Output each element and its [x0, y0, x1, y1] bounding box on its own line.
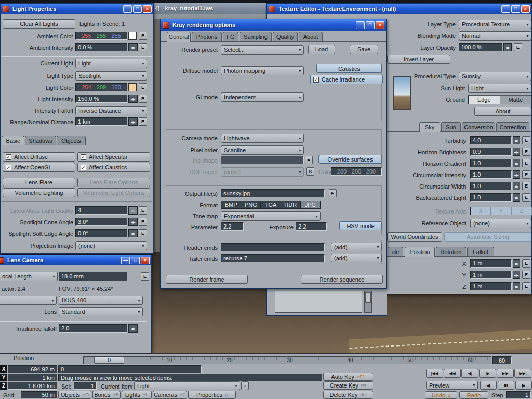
maximize-icon[interactable]: □	[366, 21, 375, 29]
close-icon[interactable]: ×	[521, 5, 530, 13]
circumsolar-width-spinner[interactable]: ◀▶	[513, 182, 520, 190]
automatic-sizing-button[interactable]: Automatic Sizing	[444, 232, 531, 242]
format-hdr-button[interactable]: HDR	[281, 201, 301, 209]
format-jpg-button[interactable]: JPG	[301, 201, 321, 209]
end-frame-field[interactable]: 60	[492, 356, 512, 364]
turbidity-field[interactable]: 4.0	[470, 136, 512, 144]
camera-preset-dropdown[interactable]: IXUS 400▼	[59, 296, 143, 305]
position-z-spinner[interactable]: ◀▶	[513, 282, 520, 290]
tailer-cmds-field[interactable]: recurse 7	[221, 254, 325, 262]
dof-color-field[interactable]: 200200200	[331, 167, 382, 176]
light-color-field[interactable]: 254209150	[75, 83, 127, 91]
auto-key-button[interactable]: Auto Key+F1	[323, 373, 373, 381]
reference-object-dropdown[interactable]: (none)▼	[470, 219, 531, 228]
caustics-button[interactable]: Caustics	[316, 64, 382, 73]
render-preset-dropdown[interactable]: Select...▼	[221, 45, 304, 55]
tab-sky[interactable]: Sky	[419, 122, 440, 132]
light-intensity-field[interactable]: 150.0 %	[75, 95, 127, 103]
ground-edge-button[interactable]: Edge	[468, 95, 500, 104]
undo-button[interactable]: Undo2	[425, 391, 457, 399]
tab-falloff[interactable]: Falloff	[467, 247, 494, 256]
iris-shape-field[interactable]	[221, 156, 304, 164]
intensity-falloff-dropdown[interactable]: Inverse Distance▼	[75, 106, 147, 115]
tone-map-dropdown[interactable]: Exponential▼	[221, 211, 321, 221]
maximize-icon[interactable]: □	[133, 5, 142, 13]
layer-type-dropdown[interactable]: Procedural Texture▼	[459, 20, 531, 29]
light-color-swatch[interactable]	[128, 83, 137, 91]
current-light-dropdown[interactable]: Light▼	[75, 59, 147, 68]
position-y-envelope-button[interactable]: E	[522, 271, 530, 279]
ground-matte-button[interactable]: Matte	[500, 95, 532, 104]
horizon-brightness-spinner[interactable]: ◀▶	[513, 148, 520, 156]
light-intensity-envelope-button[interactable]: E	[139, 95, 147, 103]
invert-layer-button[interactable]: Invert Layer	[387, 55, 450, 64]
affect-caustics-toggle[interactable]: ✓Affect Caustics	[77, 163, 150, 172]
axis-x-button[interactable]: X	[470, 207, 491, 215]
timeline-track[interactable]: 10 20 30 40 50 60 0	[83, 356, 491, 364]
lens-flare-button[interactable]: Lens Flare	[3, 178, 75, 187]
diffuse-model-dropdown[interactable]: Photon mapping▼	[221, 66, 304, 75]
layer-list-scrollbar[interactable]	[364, 291, 372, 313]
light-properties-titlebar[interactable]: Light Properties — □ ×	[1, 4, 153, 14]
procedural-type-dropdown[interactable]: Sunsky▼	[459, 72, 531, 81]
x-position-field[interactable]: 694.92 m	[8, 365, 57, 373]
circumsolar-intensity-envelope-button[interactable]: E	[522, 170, 530, 179]
ambient-color-field[interactable]: 255255255	[75, 32, 127, 40]
ambient-intensity-field[interactable]: 0.0 %	[75, 43, 127, 51]
tab-fg[interactable]: FG	[223, 32, 238, 41]
ambient-color-envelope-button[interactable]: E	[139, 32, 147, 40]
affect-diffuse-toggle[interactable]: ✓Affect Diffuse	[3, 152, 75, 162]
circumsolar-width-envelope-button[interactable]: E	[522, 182, 530, 190]
volumetric-light-options-button[interactable]: Volumetric Light Options	[77, 188, 150, 197]
prev-key-button[interactable]: ◀◀	[444, 369, 461, 378]
close-icon[interactable]: ×	[143, 5, 152, 13]
spotlight-soft-edge-envelope-button[interactable]: E	[139, 229, 147, 237]
tab-scale[interactable]: ale	[388, 247, 403, 256]
pause-icon[interactable]: ▮▮	[498, 381, 514, 390]
tailer-add-dropdown[interactable]: (add)▼	[331, 254, 382, 262]
prev-frame-button[interactable]: ◀|	[461, 369, 478, 378]
tab-objects[interactable]: Objects	[57, 136, 86, 145]
spotlight-cone-angle-field[interactable]: 3.0°	[75, 218, 127, 226]
next-frame-button[interactable]: |▶	[479, 369, 496, 378]
load-button[interactable]: Load	[308, 45, 335, 54]
tab-basic[interactable]: Basic	[2, 136, 24, 145]
lens-flare-options-button[interactable]: Lens Flare Options	[77, 178, 150, 187]
header-cmds-field[interactable]	[221, 243, 325, 251]
play-forward-icon[interactable]: ▶	[515, 381, 532, 390]
blending-mode-dropdown[interactable]: Normal▼	[459, 31, 531, 41]
turbidity-spinner[interactable]: ◀▶	[513, 136, 520, 144]
tab-rotation[interactable]: Rotation	[436, 247, 466, 256]
item-list-icon[interactable]: ≡	[241, 381, 249, 390]
spotlight-soft-edge-field[interactable]: 0.0°	[75, 229, 127, 237]
dof-target-dropdown[interactable]: (none)▼	[221, 167, 304, 177]
spotlight-cone-angle-spinner[interactable]: ◀▶	[128, 218, 138, 226]
cache-irradiance-toggle[interactable]: ✓Cache irradiance	[310, 75, 383, 84]
axis-y-button[interactable]: Y	[491, 207, 511, 215]
y-position-field[interactable]: 1 km	[8, 374, 57, 381]
light-intensity-spinner[interactable]: ◀▶	[128, 95, 138, 103]
position-z-field[interactable]: 1 m	[470, 282, 512, 290]
affect-specular-toggle[interactable]: ✓Affect Specular	[77, 152, 150, 162]
tab-sun[interactable]: Sun	[441, 122, 461, 131]
horizon-brightness-field[interactable]: 0.9	[470, 148, 512, 156]
axis-z-button[interactable]: Z	[512, 207, 532, 215]
layer-list[interactable]	[275, 291, 362, 313]
horizon-gradient-spinner[interactable]: ◀▶	[513, 159, 520, 167]
tab-photons[interactable]: Photons	[192, 32, 222, 41]
z-position-field[interactable]: -1.6781 km	[8, 382, 57, 390]
format-png-button[interactable]: PNG	[241, 201, 261, 209]
tab-position[interactable]: Position	[405, 247, 435, 257]
header-add-dropdown[interactable]: (add)▼	[331, 243, 382, 251]
current-item-dropdown[interactable]: Light▼	[134, 381, 240, 390]
sun-light-dropdown[interactable]: Light▼	[468, 84, 531, 93]
lights-button[interactable]: Lights+L	[122, 391, 152, 399]
create-key-button[interactable]: Create Keyret	[323, 381, 373, 390]
layer-opacity-field[interactable]: 100.0 %	[459, 43, 502, 51]
gi-mode-dropdown[interactable]: Independent▼	[221, 92, 304, 102]
clear-all-lights-button[interactable]: Clear All Lights	[3, 19, 75, 29]
frame-number-field[interactable]: 0	[58, 365, 202, 373]
camera-mode-dropdown[interactable]: Lightwave▼	[221, 134, 304, 143]
tab-conversion[interactable]: Conversion	[462, 122, 495, 131]
preview-dropdown[interactable]: Preview▼	[426, 381, 478, 390]
